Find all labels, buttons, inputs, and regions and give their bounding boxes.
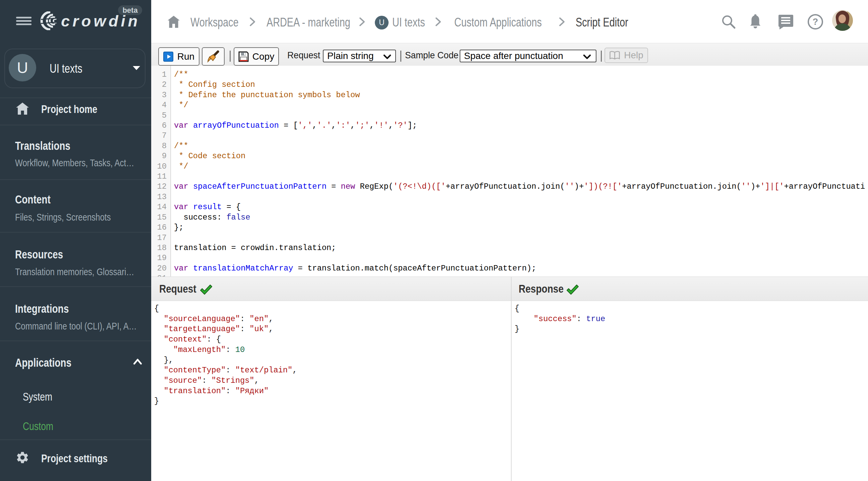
svg-text:?: ? [813, 17, 818, 27]
